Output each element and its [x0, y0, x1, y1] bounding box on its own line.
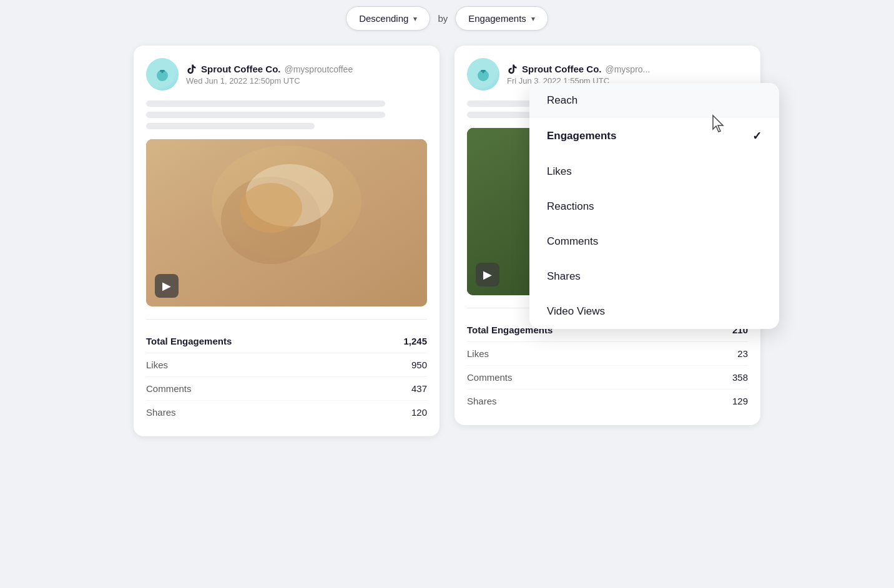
sort-chevron-icon: ▾: [413, 14, 417, 23]
dropdown-option-shares[interactable]: Shares: [529, 259, 779, 294]
coffee-img-svg-1: [146, 139, 427, 306]
post-image-bg-1: ▶: [146, 139, 427, 306]
shares-label: Shares: [547, 270, 581, 283]
coffee-icon-2: [474, 66, 492, 83]
shares-value-1: 120: [411, 407, 427, 418]
stats-section-1: Total Engagements 1,245 Likes 950 Commen…: [146, 319, 427, 424]
dropdown-option-likes[interactable]: Likes: [529, 154, 779, 189]
total-label-1: Total Engagements: [146, 336, 232, 346]
profile-date-1: Wed Jun 1, 2022 12:50pm UTC: [186, 76, 353, 86]
shares-label-1: Shares: [146, 407, 176, 418]
tiktok-icon-2: [507, 64, 518, 75]
profile-info-1: Sprout Coffee Co. @mysproutcoffee Wed Ju…: [186, 64, 353, 86]
post-image-1: ▶: [146, 139, 427, 306]
avatar-2: [467, 58, 499, 91]
skeleton-line-1b: [146, 112, 385, 118]
likes-row-1: Likes 950: [146, 353, 427, 377]
total-value-1: 1,245: [403, 336, 427, 346]
dropdown-option-engagements[interactable]: Engagements ✓: [529, 118, 779, 154]
metric-chevron-icon: ▾: [531, 14, 535, 23]
by-text: by: [438, 13, 448, 24]
svg-point-7: [240, 183, 302, 233]
cards-area: Sprout Coffee Co. @mysproutcoffee Wed Ju…: [134, 46, 760, 436]
skeleton-line-1a: [146, 100, 385, 107]
metric-label: Engagements: [468, 13, 526, 24]
top-bar: Descending ▾ by Engagements ▾: [346, 6, 548, 31]
dropdown-option-reach[interactable]: Reach: [529, 83, 779, 118]
comments-value-1: 437: [411, 383, 427, 394]
video-icon-2: ▶: [483, 268, 492, 282]
reach-label: Reach: [547, 94, 577, 107]
sort-dropdown[interactable]: Descending ▾: [346, 6, 430, 31]
video-badge-1: ▶: [155, 274, 179, 298]
skeleton-1: [146, 100, 427, 129]
comments-label-1: Comments: [146, 383, 192, 394]
profile-handle-2: @myspro...: [606, 64, 651, 74]
likes-row-2: Likes 23: [467, 342, 748, 366]
card-1-header: Sprout Coffee Co. @mysproutcoffee Wed Ju…: [146, 58, 427, 91]
comments-row-1: Comments 437: [146, 377, 427, 401]
shares-value-2: 129: [732, 396, 748, 406]
profile-name-2: Sprout Coffee Co.: [522, 64, 602, 74]
comments-row-2: Comments 358: [467, 366, 748, 390]
profile-name-row-1: Sprout Coffee Co. @mysproutcoffee: [186, 64, 353, 75]
check-icon: ✓: [752, 129, 762, 143]
shares-row-2: Shares 129: [467, 390, 748, 413]
video-views-label: Video Views: [547, 305, 605, 318]
tiktok-icon-1: [186, 64, 197, 75]
total-engagements-row-1: Total Engagements 1,245: [146, 330, 427, 353]
comments-label: Comments: [547, 235, 598, 248]
shares-row-1: Shares 120: [146, 401, 427, 424]
video-icon-1: ▶: [162, 279, 171, 293]
post-card-1: Sprout Coffee Co. @mysproutcoffee Wed Ju…: [134, 46, 440, 436]
profile-name-row-2: Sprout Coffee Co. @myspro...: [507, 64, 650, 75]
dropdown-option-reactions[interactable]: Reactions: [529, 189, 779, 224]
dropdown-option-video-views[interactable]: Video Views: [529, 294, 779, 329]
profile-handle-1: @mysproutcoffee: [285, 64, 353, 74]
avatar-1: [146, 58, 179, 91]
video-badge-2: ▶: [476, 263, 499, 287]
engagements-label: Engagements: [547, 130, 616, 142]
likes-value-1: 950: [411, 360, 427, 370]
likes-label-1: Likes: [146, 360, 168, 370]
comments-label-2: Comments: [467, 372, 513, 383]
shares-label-2: Shares: [467, 396, 497, 406]
engagements-dropdown-menu: Reach Engagements ✓ Likes Reactions Comm…: [529, 83, 779, 329]
coffee-icon: [154, 66, 171, 83]
profile-info-2: Sprout Coffee Co. @myspro... Fri Jun 3, …: [507, 64, 650, 86]
comments-value-2: 358: [732, 372, 748, 383]
reactions-label: Reactions: [547, 200, 594, 213]
metric-dropdown[interactable]: Engagements ▾: [455, 6, 548, 31]
card-2-wrapper: Sprout Coffee Co. @myspro... Fri Jun 3, …: [454, 46, 760, 425]
likes-label: Likes: [547, 165, 572, 178]
likes-value-2: 23: [737, 348, 748, 359]
dropdown-option-comments[interactable]: Comments: [529, 224, 779, 259]
likes-label-2: Likes: [467, 348, 489, 359]
profile-name-1: Sprout Coffee Co.: [201, 64, 281, 74]
skeleton-line-1c: [146, 123, 315, 129]
sort-label: Descending: [359, 13, 408, 24]
